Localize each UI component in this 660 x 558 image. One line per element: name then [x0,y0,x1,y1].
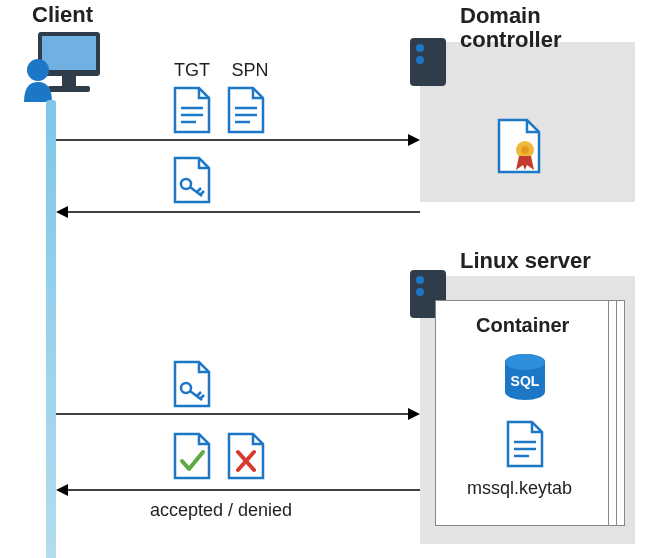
document-icon [226,86,266,134]
certificate-icon [495,118,543,174]
sql-database-icon: SQL [500,352,550,406]
result-docs [172,432,266,480]
svg-point-7 [416,56,424,64]
arrow-left [56,204,420,220]
svg-rect-2 [62,76,76,86]
client-lifeline [46,100,56,558]
linux-server-label: Linux server [460,248,591,274]
key-doc-icon [172,156,212,204]
keytab-label: mssql.keytab [467,478,572,499]
svg-point-4 [27,59,49,81]
svg-point-6 [416,44,424,52]
svg-point-11 [416,276,424,284]
document-icon [172,86,212,134]
flow1-labels: TGT SPN [170,60,272,81]
result-caption: accepted / denied [150,500,292,521]
svg-marker-25 [408,134,420,146]
spn-label: SPN [228,60,272,81]
arrow-left [56,482,420,498]
accepted-doc-icon [172,432,212,480]
arrow-right [56,132,420,148]
tgt-label: TGT [170,60,214,81]
domain-controller-label: Domain controller [460,4,561,52]
arrow-right [56,406,420,422]
server-rack-icon [408,36,448,88]
svg-marker-37 [408,408,420,420]
key-doc-icon [172,360,212,408]
svg-point-14 [505,354,545,370]
sql-tag-text: SQL [511,373,540,389]
diagram-stage: Client Domain controller [0,0,660,558]
client-icon [24,28,108,106]
svg-rect-1 [42,36,96,70]
client-label: Client [32,2,93,28]
svg-marker-31 [56,206,68,218]
denied-doc-icon [226,432,266,480]
svg-rect-3 [48,86,90,92]
svg-point-12 [416,288,424,296]
svg-rect-5 [410,38,446,86]
svg-point-9 [521,146,529,154]
flow1-docs [172,86,266,134]
container-label: Container [476,314,569,337]
keytab-file-icon [505,420,545,468]
svg-marker-41 [56,484,68,496]
